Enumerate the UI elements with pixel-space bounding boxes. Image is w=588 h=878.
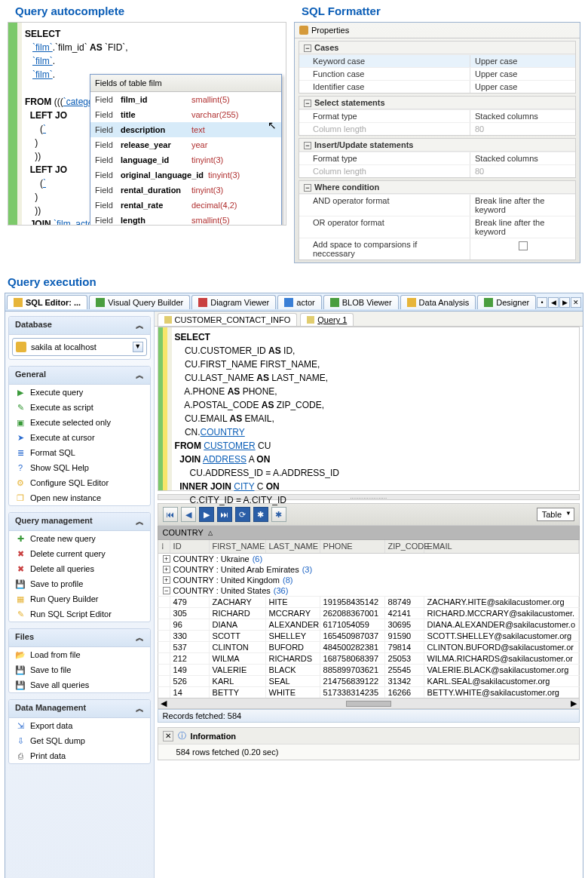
table-row[interactable]: 537CLINTONBUFORD48450028238179814CLINTON… <box>158 641 580 652</box>
sidebar-item[interactable]: ✎Run SQL Script Editor <box>9 606 150 622</box>
sidebar-item[interactable]: ❐Open new instance <box>9 490 150 505</box>
horizontal-scrollbar[interactable]: ◀▶ <box>158 698 580 709</box>
grid-group-row[interactable]: −COUNTRY : United States (36) <box>158 585 580 596</box>
prop-group-title[interactable]: −Select statements <box>299 97 575 109</box>
grid-group-row[interactable]: +COUNTRY : United Kingdom (8) <box>158 575 580 585</box>
autocomplete-popup[interactable]: Fields of table film Fieldfilm_idsmallin… <box>90 74 282 226</box>
property-value[interactable]: Break line after the keyword <box>470 216 575 238</box>
table-row[interactable]: 330SCOTTSHELLEY16545098703791590SCOTT.SH… <box>158 630 580 641</box>
sidebar-item[interactable]: ⇩Get SQL dump <box>9 733 150 748</box>
sidebar-item[interactable]: ?Show SQL Help <box>9 460 150 475</box>
grid-group-row[interactable]: +COUNTRY : United Arab Emirates (3) <box>158 564 580 575</box>
autocomplete-field-row[interactable]: Fieldoriginal_language_idtinyint(3) <box>90 167 281 183</box>
view-mode-select[interactable]: Table <box>537 508 574 521</box>
col-zip[interactable]: ZIP_CODE <box>385 540 424 553</box>
autocomplete-code-editor[interactable]: SELECT `film`.`film_id` AS `FID`, `film`… <box>8 22 286 226</box>
editor-tab[interactable]: Diagram Viewer <box>191 295 276 309</box>
property-row[interactable]: Column length80 <box>299 122 575 135</box>
property-value[interactable]: 80 <box>470 123 575 135</box>
sidebar-group-database[interactable]: Database︽ <box>9 317 150 335</box>
autocomplete-field-row[interactable]: Fieldlanguage_idtinyint(3) <box>90 152 281 167</box>
info-close-button[interactable]: ✕ <box>163 731 173 741</box>
sidebar-item[interactable]: ▦Run Query Builder <box>9 591 150 606</box>
editor-tab[interactable]: Data Analysis <box>400 295 476 309</box>
sidebar-item[interactable]: ✖Delete all queries <box>9 561 150 576</box>
collapse-icon[interactable]: − <box>163 587 170 594</box>
sidebar-item[interactable]: 💾Save to profile <box>9 576 150 591</box>
table-row[interactable]: 479ZACHARYHITE19195843514288749ZACHARY.H… <box>158 596 580 607</box>
sidebar-item[interactable]: ⚙Configure SQL Editor <box>9 475 150 490</box>
editor-tab[interactable]: SQL Editor: ... <box>7 295 87 309</box>
property-checkbox[interactable] <box>470 238 575 259</box>
tab-nav-next[interactable]: ▶ <box>559 297 570 308</box>
autocomplete-field-row[interactable]: Fieldlengthsmallint(5) <box>90 213 281 226</box>
table-row[interactable]: 149VALERIEBLACK88589970362125545VALERIE.… <box>158 664 580 675</box>
property-value[interactable]: Stacked columns <box>470 152 575 164</box>
property-row[interactable]: AND operator formatBreak line after the … <box>299 194 575 216</box>
prop-group-title[interactable]: −Cases <box>299 41 575 54</box>
dropdown-icon[interactable]: ▼ <box>133 342 143 352</box>
property-row[interactable]: Function caseUpper case <box>299 67 575 80</box>
col-email[interactable]: EMAIL <box>424 540 579 553</box>
tab-close[interactable]: ✕ <box>571 297 581 308</box>
sidebar-item[interactable]: ≣Format SQL <box>9 445 150 460</box>
prop-group-title[interactable]: −Where condition <box>299 181 575 194</box>
col-first-name[interactable]: FIRST_NAME <box>210 540 266 553</box>
sidebar-item[interactable]: ➤Execute at cursor <box>9 430 150 445</box>
editor-tab[interactable]: Visual Query Builder <box>89 295 190 309</box>
sidebar-item[interactable]: 💾Save all queries <box>9 677 150 692</box>
sidebar-group-header[interactable]: Files︽ <box>9 629 150 647</box>
grid-column-headers[interactable]: ⁞ ID FIRST_NAME LAST_NAME PHONE ZIP_CODE… <box>158 540 580 554</box>
sidebar-group-header[interactable]: Query management︽ <box>9 513 150 531</box>
sidebar-item[interactable]: ▶Execute query <box>9 385 150 400</box>
col-phone[interactable]: PHONE <box>320 540 385 553</box>
sidebar-group-header[interactable]: Data Management︽ <box>9 700 150 718</box>
query-tab[interactable]: CUSTOMER_CONTACT_INFO <box>158 313 298 326</box>
query-tab[interactable]: Query 1 <box>300 313 354 326</box>
col-last-name[interactable]: LAST_NAME <box>266 540 320 553</box>
table-row[interactable]: 96DIANAALEXANDER617105405930695DIANA.ALE… <box>158 619 580 630</box>
sql-editor[interactable]: SELECT CU.CUSTOMER_ID AS ID, CU.FIRST_NA… <box>158 327 580 491</box>
property-row[interactable]: Format typeStacked columns <box>299 152 575 164</box>
table-row[interactable]: 526KARLSEAL21475683912231342KARL.SEAL@sa… <box>158 675 580 686</box>
property-value[interactable]: Break line after the keyword <box>470 195 575 216</box>
sidebar-item[interactable]: ✎Execute as script <box>9 400 150 415</box>
property-row[interactable]: Identifier caseUpper case <box>299 80 575 93</box>
expand-icon[interactable]: + <box>163 566 170 573</box>
autocomplete-field-row[interactable]: Fieldrental_durationtinyint(3) <box>90 183 281 198</box>
sidebar-item[interactable]: ⎙Print data <box>9 748 150 763</box>
autocomplete-field-row[interactable]: Fielddescriptiontext <box>90 122 281 137</box>
col-id[interactable]: ID <box>170 540 210 553</box>
sidebar-group-header[interactable]: General︽ <box>9 367 150 385</box>
tab-nav-prev[interactable]: ◀ <box>548 297 559 308</box>
grid-group-row[interactable]: +COUNTRY : Ukraine (6) <box>158 554 580 564</box>
property-value[interactable]: Upper case <box>470 55 575 67</box>
editor-tab[interactable]: BLOB Viewer <box>323 295 399 309</box>
autocomplete-field-row[interactable]: Fieldtitlevarchar(255) <box>90 107 281 122</box>
sidebar-item[interactable]: ✖Delete current query <box>9 546 150 561</box>
property-value[interactable]: Upper case <box>470 81 575 93</box>
grouping-header[interactable]: COUNTRY△ <box>158 526 580 540</box>
tab-nav-first[interactable]: • <box>537 297 547 308</box>
sidebar-item[interactable]: ✚Create new query <box>9 531 150 546</box>
property-value[interactable]: Upper case <box>470 68 575 80</box>
property-row[interactable]: Add space to comparsions if neccessary <box>299 238 575 259</box>
autocomplete-field-row[interactable]: Fieldfilm_idsmallint(5) <box>90 92 281 107</box>
property-row[interactable]: Column length80 <box>299 164 575 177</box>
editor-tab[interactable]: actor <box>277 295 321 309</box>
sidebar-item[interactable]: 📂Load from file <box>9 647 150 662</box>
prop-group-title[interactable]: −Insert/Update statements <box>299 139 575 152</box>
sidebar-item[interactable]: ▣Execute selected only <box>9 415 150 430</box>
property-row[interactable]: Keyword caseUpper case <box>299 54 575 67</box>
table-row[interactable]: 14BETTYWHITE51733831423516266BETTY.WHITE… <box>158 686 580 698</box>
expand-icon[interactable]: + <box>163 576 170 584</box>
property-value[interactable]: 80 <box>470 165 575 177</box>
property-value[interactable]: Stacked columns <box>470 110 575 122</box>
table-row[interactable]: 305RICHARDMCCRARY26208836700142141RICHAR… <box>158 607 580 619</box>
table-row[interactable]: 212WILMARICHARDS16875806839725053WILMA.R… <box>158 652 580 664</box>
property-row[interactable]: Format typeStacked columns <box>299 109 575 122</box>
autocomplete-field-row[interactable]: Fieldrelease_yearyear <box>90 137 281 152</box>
expand-icon[interactable]: + <box>163 555 170 563</box>
sidebar-item[interactable]: 💾Save to file <box>9 662 150 677</box>
autocomplete-field-row[interactable]: Fieldrental_ratedecimal(4,2) <box>90 198 281 213</box>
